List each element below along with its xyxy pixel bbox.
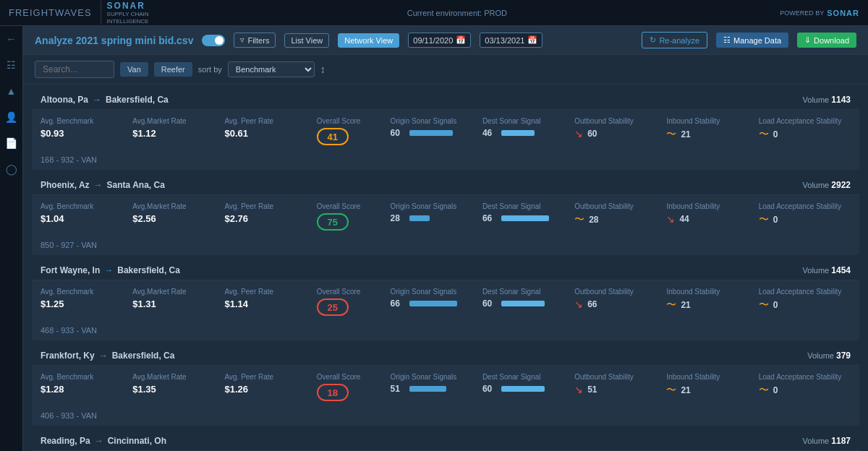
avg-market-rate-metric: Avg.Market Rate $2.56 [132, 202, 224, 224]
search-input[interactable] [35, 61, 114, 78]
route-card: Altoona, Pa → Bakersfield, Ca Volume 114… [32, 90, 859, 170]
download-button[interactable]: ⇓ Download [797, 33, 856, 48]
sort-select[interactable]: Benchmark Volume Score Market Rate [228, 61, 315, 77]
inbound-stability-value: 21 [681, 385, 690, 395]
sidebar-chart-icon[interactable]: ▲ [4, 84, 19, 98]
route-header: Fort Wayne, In → Bakersfield, Ca Volume … [32, 261, 859, 280]
dest-signals-value: 60 [482, 384, 497, 394]
outbound-stability-value: 28 [589, 215, 598, 225]
list-view-button[interactable]: List View [284, 33, 329, 48]
filters-button[interactable]: ▿ Filters [234, 33, 276, 48]
reanalyze-button[interactable]: ↻ Re-analyze [642, 32, 707, 48]
route-card: Reading, Pa → Cincinnati, Oh Volume 1187… [32, 431, 859, 451]
avg-benchmark-value: $1.25 [41, 298, 132, 309]
avg-peer-rate-metric: Avg. Peer Rate $0.61 [225, 117, 317, 139]
dest-city: Bakersfield, Ca [112, 351, 175, 361]
dest-signals-bar: 60 [482, 298, 574, 309]
end-date-input[interactable]: 03/13/2021 📅 [480, 33, 542, 48]
calendar-icon-2: 📅 [527, 35, 537, 45]
avg-peer-rate-label: Avg. Peer Rate [225, 202, 317, 210]
route-lane: 406 - 933 - VAN [32, 408, 859, 426]
refresh-icon: ↻ [650, 35, 656, 45]
network-view-button[interactable]: Network View [338, 33, 399, 48]
inbound-stability-icon: 〜 [666, 298, 676, 312]
load-acceptance-value: 0 [773, 385, 778, 395]
avg-benchmark-value: $1.04 [41, 213, 132, 224]
powered-by-label: POWERED BY [780, 9, 824, 17]
avg-market-rate-label: Avg.Market Rate [132, 202, 224, 210]
outbound-stability-value: 51 [587, 385, 597, 395]
outbound-stability-metric: Outbound Stability ↘ 60 [574, 117, 666, 139]
dest-signals-metric: Dest Sonar Signal 60 [482, 373, 574, 394]
origin-signals-metric: Origin Sonar Signals 60 [391, 117, 482, 138]
origin-signals-label: Origin Sonar Signals [391, 288, 482, 296]
volume-value: 379 [836, 351, 851, 361]
powered-sonar-logo: SONAR [827, 9, 859, 17]
dest-bar [501, 130, 535, 136]
overall-score-label: Overall Score [317, 202, 391, 210]
score-badge: 75 [317, 213, 349, 231]
inbound-stability-label: Inbound Stability [666, 117, 758, 125]
inbound-stability-icon: ↘ [666, 213, 675, 225]
sonar-logo: SONAR [107, 1, 149, 11]
van-filter-button[interactable]: Van [120, 62, 148, 77]
sidebar-back-icon[interactable]: ← [4, 32, 19, 46]
outbound-stability-display: ↘ 60 [574, 128, 666, 139]
volume-value: 1454 [831, 265, 851, 275]
route-arrow-icon: → [95, 436, 103, 446]
avg-market-rate-label: Avg.Market Rate [132, 117, 224, 125]
volume-display: Volume 379 [807, 351, 851, 361]
sidebar-user-icon[interactable]: 👤 [4, 110, 19, 124]
avg-market-rate-label: Avg.Market Rate [132, 288, 224, 296]
start-date-input[interactable]: 09/11/2020 📅 [408, 33, 471, 48]
inbound-stability-metric: Inbound Stability 〜 21 [666, 117, 758, 141]
route-metrics: Avg. Benchmark $1.25 Avg.Market Rate $1.… [41, 288, 851, 316]
origin-signals-bar: 51 [391, 384, 482, 394]
search-bar: Van Reefer sort by Benchmark Volume Scor… [23, 55, 868, 85]
sort-arrows-icon[interactable]: ↕ [320, 64, 326, 75]
route-metrics: Avg. Benchmark $0.93 Avg.Market Rate $1.… [41, 117, 851, 145]
route-arrow-icon: → [104, 265, 113, 275]
origin-signals-metric: Origin Sonar Signals 28 [391, 202, 482, 223]
route-metrics: Avg. Benchmark $1.04 Avg.Market Rate $2.… [41, 202, 851, 231]
route-lane: 168 - 932 - VAN [32, 153, 859, 170]
volume-display: Volume 2922 [803, 180, 851, 190]
origin-signals-bar: 28 [391, 213, 482, 223]
dest-city: Bakersfield, Ca [117, 265, 180, 275]
route-title: Fort Wayne, In → Bakersfield, Ca [41, 265, 180, 275]
avg-peer-rate-value: $1.26 [225, 384, 317, 395]
overall-score-metric: Overall Score 75 [317, 202, 391, 231]
sonar-subtitle: SUPPLY CHAININTELLIGENCE [107, 11, 149, 25]
origin-bar [409, 130, 453, 136]
load-acceptance-label: Load Acceptance Stability [759, 373, 851, 381]
load-acceptance-value: 0 [773, 300, 778, 310]
inbound-stability-icon: 〜 [666, 128, 676, 141]
route-card: Frankfort, Ky → Bakersfield, Ca Volume 3… [32, 346, 859, 426]
toggle-button[interactable] [202, 35, 225, 46]
outbound-stability-display: ↘ 66 [574, 298, 666, 310]
avg-market-rate-value: $1.31 [132, 298, 224, 309]
avg-market-rate-metric: Avg.Market Rate $1.31 [132, 288, 224, 309]
origin-signals-metric: Origin Sonar Signals 51 [391, 373, 482, 394]
manage-data-button[interactable]: ☷ Manage Data [716, 33, 788, 48]
score-badge: 18 [317, 384, 349, 401]
load-acceptance-display: 〜 0 [759, 298, 851, 312]
outbound-stability-value: 60 [587, 129, 597, 139]
avg-peer-rate-label: Avg. Peer Rate [225, 373, 317, 381]
avg-peer-rate-metric: Avg. Peer Rate $2.76 [225, 202, 317, 224]
sidebar-doc-icon[interactable]: 📄 [4, 136, 19, 150]
dest-bar [501, 215, 549, 221]
dest-bar [501, 386, 545, 392]
inbound-stability-metric: Inbound Stability 〜 21 [666, 288, 758, 312]
sidebar-node-icon[interactable]: ◯ [4, 162, 19, 176]
grid-icon: ☷ [723, 35, 731, 45]
dest-signals-metric: Dest Sonar Signal 46 [482, 117, 574, 138]
route-title: Reading, Pa → Cincinnati, Oh [41, 436, 166, 446]
outbound-stability-label: Outbound Stability [574, 373, 666, 381]
reefer-filter-button[interactable]: Reefer [154, 62, 192, 77]
outbound-stability-icon: ↘ [574, 384, 583, 395]
sidebar-grid-icon[interactable]: ☷ [4, 58, 19, 72]
origin-city: Altoona, Pa [41, 95, 88, 105]
avg-market-rate-value: $1.35 [132, 384, 224, 395]
route-card: Phoenix, Az → Santa Ana, Ca Volume 2922 … [32, 176, 859, 255]
